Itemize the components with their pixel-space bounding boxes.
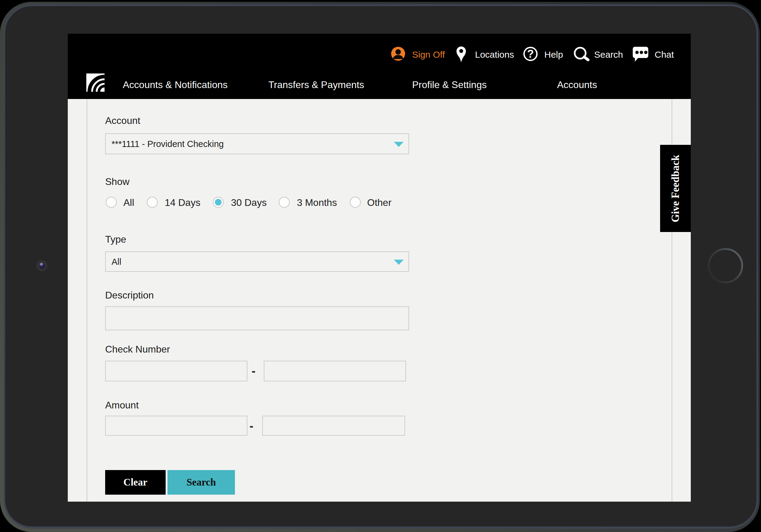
svg-text:?: ?	[527, 48, 534, 60]
